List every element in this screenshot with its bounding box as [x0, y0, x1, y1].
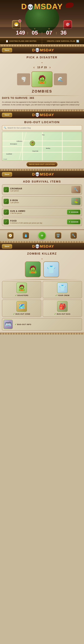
- bugout-info-item[interactable]: 🥽 ✓ BUG-OUT INFO: [2, 318, 82, 330]
- save-button-2[interactable]: Save: [2, 113, 12, 117]
- chevron-down-icon[interactable]: ⌄: [2, 60, 82, 64]
- location-search-bar[interactable]: 🔍: [2, 125, 82, 130]
- logo-small-2: D💀MSDAY: [12, 113, 74, 117]
- disaster-images-row: 🌪️ 🧟 🌊: [2, 72, 82, 87]
- zombie-icon[interactable]: 🧟: [25, 262, 41, 277]
- crowbar-info: CROWBAR 1 per person: [10, 188, 70, 192]
- disaster-img-prev: 🌪️: [17, 73, 30, 85]
- skull-icon: 💀: [27, 4, 34, 10]
- item-gun: ✓ GUN & AMMO 1 Set Per person + ASSIGN: [2, 208, 82, 216]
- add-item-btn[interactable]: +: [38, 232, 46, 240]
- crowbar-name: CROWBAR: [10, 188, 70, 190]
- bugout-zone-grid-item[interactable]: 🗺️ ✓ BUG-OUT ZONE: [2, 300, 41, 317]
- disaster-name: ZOMBIES: [2, 89, 82, 94]
- existing-plans-btn[interactable]: 📋 EXISTING PLANS AND INVITES: [0, 38, 42, 44]
- seconds-unit: S 36: [58, 28, 69, 36]
- save-button-3[interactable]: Save: [2, 172, 12, 176]
- map-label-birmingham: Birmingham: [10, 143, 17, 145]
- disasters-grid-item[interactable]: 🧟 ✓ DISASTERS: [2, 281, 41, 298]
- zone-check-icon: ✓: [13, 313, 15, 315]
- gun-assign-btn[interactable]: + ASSIGN: [67, 210, 81, 214]
- disaster-content: PICK A DISASTER ⌄ ‹ 13 ✗ 15 › 🌪️ 🧟 🌊 ZOM…: [0, 54, 84, 110]
- killerz-icons-row: 🧟 👕: [2, 262, 82, 277]
- disaster-img-main[interactable]: 🧟: [32, 72, 52, 87]
- google-watermark: Google: [3, 158, 7, 160]
- trash-tool[interactable]: 🗑️: [55, 232, 61, 239]
- crowbar-qty: 1 per person: [10, 190, 70, 192]
- your-crew-grid-item[interactable]: 👕 ✓ YOUR CREW: [43, 281, 82, 298]
- bugout-title: BUG-OUT LOCATION: [2, 120, 82, 124]
- save-button-1[interactable]: Save: [2, 48, 12, 52]
- compass-tool[interactable]: 🧭: [7, 232, 14, 239]
- disaster-nav: ‹ 13 ✗ 15 ›: [2, 65, 82, 70]
- location-search-input[interactable]: [7, 127, 80, 129]
- disasters-check-icon: ✓: [15, 294, 17, 297]
- zombie-killerz-section: Save D💀MSDAY ZOMBIE KILLERZ ⌄ 🧟 👕 🧟 ✓ DI…: [0, 243, 84, 333]
- killerz-title: ZOMBIE KILLERZ: [2, 252, 82, 255]
- disaster-title: PICK A DISASTER: [2, 56, 82, 59]
- food-name: FOOD: [10, 220, 66, 222]
- logo-small-3: D💀MSDAY: [12, 172, 74, 176]
- search-icon: 🔍: [4, 126, 6, 129]
- move-btn-container: MOVE BUG-OUT LOCATION: [2, 162, 82, 167]
- disaster-counter: 13 ✗ 15: [37, 66, 47, 69]
- map-label-royaloak: Royal Oak: [32, 150, 38, 152]
- disasters-label: ✓ DISASTERS: [15, 294, 28, 297]
- killerz-divider: [2, 279, 82, 280]
- bugout-zone-label: ✓ BUG-OUT ZONE: [13, 313, 30, 315]
- plus-icon: +: [69, 211, 70, 213]
- map-marker[interactable]: 🧟: [30, 141, 35, 146]
- killerz-grid: 🧟 ✓ DISASTERS 👕 ✓ YOUR CREW 🗺️ ✓ BUG-OUT…: [2, 281, 82, 317]
- blood-splat-decoration: [66, 3, 74, 8]
- rope-divider-2: [0, 110, 84, 111]
- 9iron-image: ⛳: [71, 198, 81, 205]
- crowbar-check: ✓: [3, 187, 9, 192]
- water-tool[interactable]: 💧: [23, 232, 29, 239]
- items-toolbar: 🧭 💧 + 🗑️ 🔧: [0, 230, 84, 241]
- countdown-row: D 149 : H 05 : M 07 : S 36: [0, 27, 84, 37]
- items-title: ADD SURVIVAL ITEMS: [2, 180, 82, 183]
- 9iron-check: ✓: [3, 199, 9, 204]
- bugout-location-section: Save D💀MSDAY BUG-OUT LOCATION 🔍 Troy Bir…: [0, 111, 84, 169]
- killerz-chevron[interactable]: ⌄: [2, 256, 82, 260]
- rope-divider-5: [0, 333, 84, 334]
- food-assign-btn[interactable]: + ASSIGN: [67, 219, 81, 224]
- bugout-info-label: ✓ BUG-OUT INFO: [15, 323, 31, 326]
- next-disaster-btn[interactable]: ›: [49, 65, 50, 70]
- map-container[interactable]: Troy Birmingham Royal Oak Berkley Southf…: [2, 132, 82, 161]
- info-check-icon: ✓: [15, 323, 17, 326]
- map-label-troy: Troy: [42, 134, 44, 136]
- ghost-icon[interactable]: 👕: [43, 262, 59, 277]
- days-survive: DAYS TO SURVIVE: 365: [2, 96, 82, 100]
- move-bugout-btn[interactable]: MOVE BUG-OUT LOCATION: [26, 162, 58, 167]
- item-crowbar: ✓ CROWBAR 1 per person 🔧: [2, 184, 82, 195]
- wrench-tool[interactable]: 🔧: [70, 232, 77, 239]
- rope-divider-3: [0, 169, 84, 171]
- item-9iron: ✓ 9 IRON 1 per person ⛳: [2, 196, 82, 206]
- bugout-info-img: 🥽: [3, 320, 13, 329]
- crowbar-image: 🔧: [71, 186, 81, 193]
- save-button-4[interactable]: Save: [2, 244, 12, 248]
- bag-check-icon: ✓: [54, 313, 56, 315]
- prev-disaster-btn[interactable]: ‹: [33, 65, 35, 70]
- plus-icon-2: +: [69, 221, 70, 223]
- save-bar-1: Save D💀MSDAY: [0, 46, 84, 54]
- gun-check: ✓: [3, 210, 9, 215]
- bugout-zone-img: 🗺️: [16, 301, 27, 312]
- rope-divider-4: [0, 241, 84, 243]
- bugout-bag-grid-item[interactable]: 🎒 ✓ BUG-OUT BAG: [43, 300, 82, 317]
- road-v2: [42, 132, 43, 160]
- bugout-bag-img: 🎒: [57, 301, 68, 312]
- killerz-content: ZOMBIE KILLERZ ⌄ 🧟 👕 🧟 ✓ DISASTERS 👕 ✓ Y…: [0, 250, 84, 333]
- road-v3: [62, 132, 63, 160]
- disaster-img-next: 🌊: [54, 73, 67, 85]
- gun-qty: 1 Set Per person: [10, 212, 66, 214]
- gun-name: GUN & AMMO: [10, 210, 66, 212]
- disaster-description: An unknown virus has appeared in the Eas…: [2, 101, 82, 106]
- main-nav: 📋 EXISTING PLANS AND INVITES CREATE A NE…: [0, 38, 84, 44]
- save-bar-4: Save D💀MSDAY: [0, 243, 84, 250]
- save-bar-2: Save D💀MSDAY: [0, 111, 84, 118]
- your-crew-img: 👕: [57, 282, 68, 293]
- rope-divider-1: [0, 45, 84, 46]
- create-plan-btn[interactable]: CREATE A NEW SURVIVAL PLAN 🔄: [42, 38, 84, 44]
